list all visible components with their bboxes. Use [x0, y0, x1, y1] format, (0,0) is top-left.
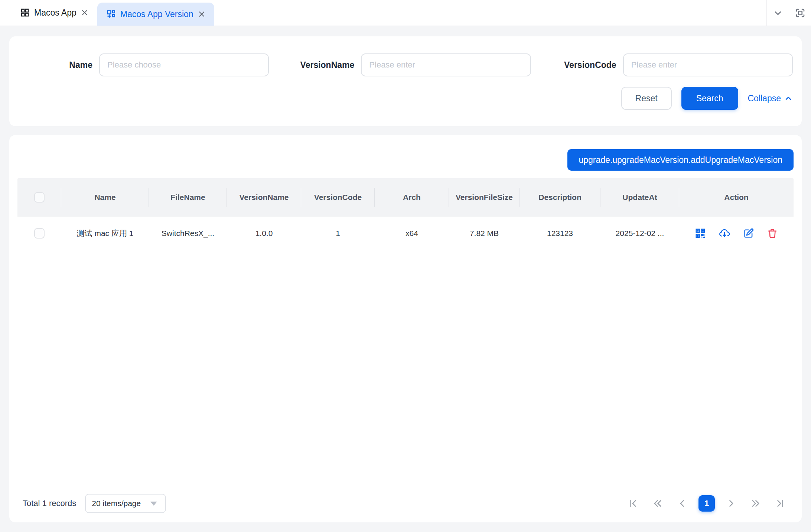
- cell-versionname: 1.0.0: [227, 229, 301, 238]
- first-page-button[interactable]: [625, 495, 641, 512]
- search-button[interactable]: Search: [681, 87, 738, 110]
- cell-versionfilesize: 7.82 MB: [449, 229, 520, 238]
- page-size-value: 20 items/page: [92, 499, 148, 508]
- cell-name: 测试 mac 应用 1: [61, 228, 149, 239]
- tab-list: Macos App Macos App Version: [0, 0, 214, 26]
- last-page-button[interactable]: [772, 495, 788, 512]
- search-card: Name VersionName VersionCode Reset Searc…: [9, 36, 802, 126]
- table-card: upgrade.upgradeMacVersion.addUpgradeMacV…: [9, 135, 802, 522]
- fast-next-button[interactable]: [748, 495, 764, 512]
- cell-actions: [679, 227, 794, 239]
- table-empty-space: [17, 250, 794, 490]
- col-action: Action: [679, 178, 794, 217]
- delete-icon[interactable]: [767, 228, 778, 239]
- qrcode-icon[interactable]: [695, 228, 706, 239]
- col-versioncode: VersionCode: [301, 178, 375, 217]
- tab-options-button[interactable]: [766, 0, 789, 26]
- collapse-label: Collapse: [748, 93, 781, 104]
- next-page-button[interactable]: [723, 495, 739, 512]
- table-header-row: Name FileName VersionName VersionCode Ar…: [17, 178, 794, 217]
- col-versionfilesize: VersionFileSize: [449, 178, 520, 217]
- current-page-button[interactable]: 1: [698, 495, 715, 512]
- version-name-input[interactable]: [361, 53, 531, 76]
- cloud-download-icon[interactable]: [719, 227, 730, 239]
- field-version-code: VersionCode: [542, 53, 793, 76]
- fullscreen-icon: [795, 7, 806, 19]
- caret-down-icon: [150, 502, 157, 506]
- chevron-up-icon: [784, 94, 793, 103]
- add-version-button[interactable]: upgrade.upgradeMacVersion.addUpgradeMacV…: [567, 149, 794, 171]
- cell-updateat: 2025-12-02 ...: [600, 229, 679, 238]
- cell-filename: SwitchResX_...: [149, 229, 227, 238]
- col-updateat: UpdateAt: [600, 178, 679, 217]
- col-filename: FileName: [149, 178, 227, 217]
- row-checkbox[interactable]: [34, 228, 45, 239]
- cell-description: 123123: [520, 229, 600, 238]
- fast-prev-button[interactable]: [649, 495, 666, 512]
- prev-page-button[interactable]: [674, 495, 690, 512]
- tab-label: Macos App Version: [120, 9, 193, 19]
- close-icon[interactable]: [81, 9, 88, 16]
- reset-button[interactable]: Reset: [621, 87, 672, 110]
- tab-bar: Macos App Macos App Version: [0, 0, 811, 26]
- close-icon[interactable]: [198, 10, 205, 18]
- tab-macos-app[interactable]: Macos App: [11, 0, 97, 26]
- grid-plus-icon: [106, 9, 116, 19]
- pager-controls: 1: [625, 495, 788, 512]
- search-form: Name VersionName VersionCode: [18, 53, 793, 76]
- name-label: Name: [18, 60, 92, 70]
- chevron-down-icon: [773, 8, 783, 18]
- name-input[interactable]: [99, 53, 269, 76]
- version-name-label: VersionName: [280, 60, 354, 70]
- search-actions: Reset Search Collapse: [18, 87, 793, 110]
- field-version-name: VersionName: [280, 53, 531, 76]
- page-content: Name VersionName VersionCode Reset Searc…: [0, 26, 811, 522]
- version-code-label: VersionCode: [542, 60, 616, 70]
- tab-macos-app-version[interactable]: Macos App Version: [97, 3, 214, 26]
- select-all-header: [17, 178, 61, 217]
- field-name: Name: [18, 53, 269, 76]
- page-size-select[interactable]: 20 items/page: [85, 494, 166, 513]
- table-row: 测试 mac 应用 1 SwitchResX_... 1.0.0 1 x64 7…: [17, 217, 794, 250]
- col-versionname: VersionName: [227, 178, 301, 217]
- data-table: Name FileName VersionName VersionCode Ar…: [17, 178, 794, 250]
- fullscreen-button[interactable]: [789, 0, 811, 26]
- cell-versioncode: 1: [301, 229, 375, 238]
- cell-arch: x64: [375, 229, 449, 238]
- pagination-summary: Total 1 records 20 items/page: [23, 494, 166, 513]
- select-all-checkbox[interactable]: [34, 192, 45, 203]
- version-code-input[interactable]: [623, 53, 793, 76]
- edit-icon[interactable]: [743, 228, 754, 239]
- grid-icon: [20, 8, 30, 17]
- row-select-cell: [17, 228, 61, 239]
- collapse-link[interactable]: Collapse: [748, 93, 793, 104]
- tab-label: Macos App: [34, 8, 76, 18]
- col-name: Name: [61, 178, 149, 217]
- pagination-bar: Total 1 records 20 items/page: [17, 490, 794, 517]
- col-arch: Arch: [375, 178, 449, 217]
- total-records-text: Total 1 records: [23, 499, 76, 508]
- table-toolbar: upgrade.upgradeMacVersion.addUpgradeMacV…: [17, 149, 794, 171]
- col-description: Description: [520, 178, 600, 217]
- tabbar-spacer: [214, 0, 766, 26]
